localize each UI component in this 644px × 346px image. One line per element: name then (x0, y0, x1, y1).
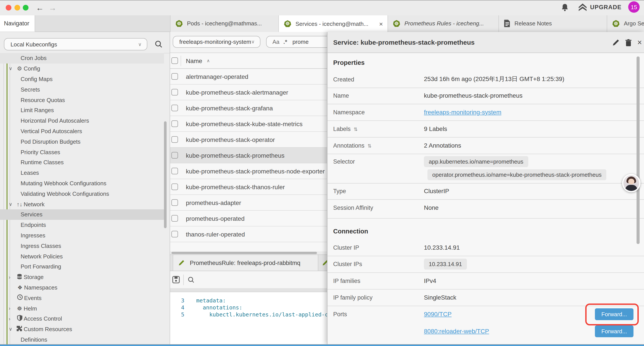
save-icon[interactable] (172, 276, 180, 283)
notification-count-badge[interactable]: 15 (628, 1, 640, 13)
table-row[interactable]: alertmanager-operated (170, 69, 327, 84)
sidebar-item-validating-webhook-configurations[interactable]: Validating Webhook Configurations (0, 189, 164, 199)
row-checkbox[interactable] (172, 231, 178, 237)
port-link[interactable]: 8080:reloader-web/TCP (424, 328, 489, 335)
sidebar-item-horizontal-pod-autoscalers[interactable]: Horizontal Pod Autoscalers (0, 116, 164, 126)
sidebar-item-config-maps[interactable]: Config Maps (0, 74, 164, 84)
sidebar-item-runtime-classes[interactable]: Runtime Classes (0, 157, 164, 168)
sidebar-item-resource-quotas[interactable]: Resource Quotas (0, 95, 164, 105)
tab-close-icon[interactable]: × (379, 20, 383, 27)
sidebar-item-services[interactable]: Services (0, 209, 164, 220)
row-checkbox[interactable] (172, 199, 178, 206)
sidebar-scrollbar[interactable] (164, 121, 166, 228)
sidebar-item-vertical-pod-autoscalers[interactable]: Vertical Pod Autoscalers (0, 126, 164, 136)
table-row[interactable]: prometheus-operated (170, 211, 327, 226)
sidebar-item-endpoints[interactable]: Endpoints (0, 220, 164, 230)
match-case-toggle[interactable]: Aa (272, 38, 280, 45)
user-avatar[interactable] (622, 174, 640, 192)
editor-tab-prometheusrule[interactable]: PrometheusRule: freeleaps-prod-rabbitmq (173, 255, 318, 271)
table-row[interactable]: thanos-ruler-operated (170, 226, 327, 242)
table-row-selected[interactable]: kube-prometheus-stack-prometheus (170, 148, 327, 163)
divider (170, 288, 327, 292)
delete-trash-icon[interactable] (624, 38, 632, 47)
sidebar-item-access-control[interactable]: ›Access Control (0, 314, 164, 324)
row-checkbox[interactable] (172, 152, 178, 159)
sidebar-item-leases[interactable]: Leases (0, 168, 164, 178)
sidebar-item-config[interactable]: ∨⚙Config (0, 63, 164, 74)
expand-updown-icon[interactable]: ⇅ (354, 126, 358, 132)
tab-prometheus-rules[interactable]: ☸ Prometheus Rules - icecheng... (388, 15, 499, 32)
sidebar-item-port-forwarding[interactable]: Port Forwarding (0, 262, 164, 272)
row-checkbox[interactable] (172, 136, 178, 143)
select-all-checkbox[interactable] (172, 57, 178, 64)
kubernetes-icon: ☸ (393, 20, 400, 27)
edit-pencil-icon[interactable] (612, 38, 620, 47)
horizontal-scrollbar[interactable] (170, 251, 327, 254)
editor-search-icon[interactable] (188, 276, 194, 283)
table-row[interactable]: kube-prometheus-stack-grafana (170, 100, 327, 116)
row-checkbox[interactable] (172, 120, 178, 127)
sidebar-item-mutating-webhook-configurations[interactable]: Mutating Webhook Configurations (0, 178, 164, 189)
notifications-bell-icon[interactable] (561, 3, 568, 12)
table-row[interactable]: kube-prometheus-stack-operator (170, 132, 327, 148)
tab-release-notes[interactable]: Release Notes (499, 15, 607, 32)
editor-tab-next-pencil-icon[interactable] (322, 260, 327, 266)
close-icon[interactable]: × (635, 38, 644, 47)
sidebar-item-helm[interactable]: ›☸Helm (0, 303, 164, 314)
row-checkbox[interactable] (172, 215, 178, 222)
sort-ascending-icon: ∧ (207, 58, 210, 63)
window-zoom-button[interactable] (23, 4, 28, 10)
table-row[interactable]: kube-prometheus-stack-thanos-ruler (170, 179, 327, 195)
regex-toggle[interactable]: .* (284, 38, 287, 45)
upgrade-button[interactable]: UPGRADE (590, 4, 622, 10)
sidebar-search-icon[interactable] (155, 40, 163, 48)
row-checkbox[interactable] (172, 105, 178, 111)
expand-updown-icon[interactable]: ⇅ (368, 143, 372, 148)
row-checkbox[interactable] (172, 184, 178, 190)
namespace-link[interactable]: freeleaps-monitoring-system (424, 109, 501, 116)
sidebar-item-storage[interactable]: ›Storage (0, 272, 164, 282)
table-row[interactable]: kube-prometheus-stack-alertmanager (170, 84, 327, 100)
sidebar-item-ingresses[interactable]: Ingresses (0, 230, 164, 241)
back-arrow-button[interactable]: ← (36, 2, 44, 14)
line-number: 4 (171, 304, 184, 311)
sidebar-item-network-policies[interactable]: Network Policies (0, 251, 164, 262)
row-checkbox[interactable] (172, 89, 178, 95)
sidebar-item-priority-classes[interactable]: Priority Classes (0, 147, 164, 157)
properties-heading: Properties (333, 59, 364, 66)
sidebar-item-ingress-classes[interactable]: Ingress Classes (0, 241, 164, 251)
row-checkbox[interactable] (172, 168, 178, 174)
kubeconfig-selector-dropdown[interactable]: Local Kubeconfigs ∨ (4, 38, 147, 50)
search-input[interactable]: Aa .* prome (266, 36, 327, 48)
yaml-editor[interactable]: 3 metadata: 4 annotations: 5 kubectl.kub… (170, 292, 327, 345)
table-row[interactable]: prometheus-adapter (170, 195, 327, 211)
sidebar-item-cron-jobs[interactable]: Cron Jobs (0, 53, 164, 63)
window-bottom-accent-bar (0, 344, 644, 346)
sidebar-item-network[interactable]: ∨↑↓Network (0, 199, 164, 209)
window-close-button[interactable] (6, 4, 12, 10)
upgrade-chevrons-icon[interactable] (578, 3, 588, 12)
table-row[interactable]: kube-prometheus-stack-kube-state-metrics (170, 116, 327, 132)
sidebar-item-custom-resources[interactable]: ∨Custom Resources (0, 324, 164, 335)
sidebar-item-limit-ranges[interactable]: Limit Ranges (0, 105, 164, 116)
sidebar-item-pod-disruption-budgets[interactable]: Pod Disruption Budgets (0, 136, 164, 147)
sidebar-item-namespaces[interactable]: ❖Namespaces (0, 282, 164, 293)
tab-services[interactable]: ☸ Services - icecheng@math... × (279, 15, 388, 32)
tab-navigator[interactable]: Navigator (0, 15, 35, 32)
table-row[interactable]: kube-prometheus-stack-prometheus-node-ex… (170, 163, 327, 179)
scrollbar-thumb[interactable] (171, 252, 317, 254)
tab-argo[interactable]: ☸ Argo Se (607, 15, 644, 32)
port-link[interactable]: 9090/TCP (424, 311, 452, 318)
sidebar-item-events[interactable]: Events (0, 293, 164, 303)
row-checkbox[interactable] (172, 73, 178, 80)
name-column-header[interactable]: Name (186, 57, 202, 64)
window-minimize-button[interactable] (14, 4, 20, 10)
forward-button-8080[interactable]: Forward... (595, 325, 634, 337)
forward-arrow-button[interactable]: → (49, 2, 56, 14)
sidebar-item-secrets[interactable]: Secrets (0, 84, 164, 95)
sidebar-item-definitions[interactable]: Definitions (0, 335, 164, 345)
drawer-scrollbar[interactable] (636, 56, 640, 244)
tab-pods[interactable]: ☸ Pods - icecheng@mathmas... (170, 15, 279, 32)
chevron-down-icon: ∨ (9, 201, 15, 207)
namespace-filter-dropdown[interactable]: freeleaps-monitoring-system ∨ (173, 36, 260, 48)
